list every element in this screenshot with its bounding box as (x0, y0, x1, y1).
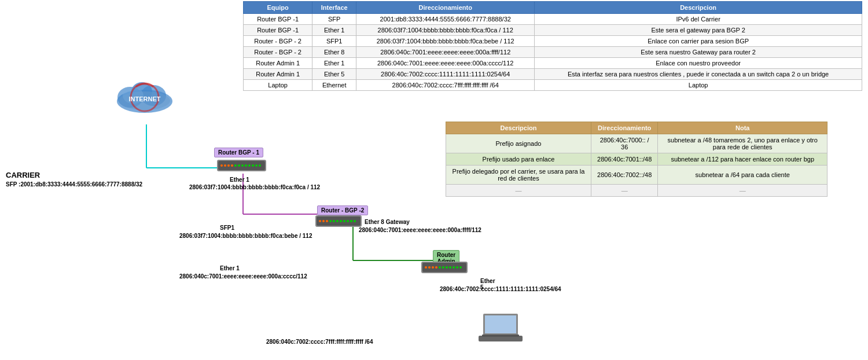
main-cell-3-3: Este sera nuestro Gateway para router 2 (535, 47, 862, 58)
diagram: INTERNET CARRIER SFP :2001:db8:3333:4444… (0, 0, 446, 360)
ether1-bgp1-label: Ether 1 (230, 177, 249, 183)
svg-point-51 (446, 266, 448, 269)
svg-point-18 (220, 164, 223, 167)
ether8-label: Ether 8 Gateway (365, 219, 410, 225)
main-cell-4-3: Enlace con nuestro proveedor (535, 58, 862, 69)
ether1-bgp2-label: Ether 1 (220, 265, 240, 271)
main-cell-1-3: Este sera el gateway para BGP 2 (535, 25, 862, 36)
ether1-bgp1-addr: 2806:03f7:1004:bbbb:bbbb:bbbb:f0ca:f0ca … (189, 184, 320, 190)
second-cell-0-2: subnetear a /48 tomaremos 2, uno para en… (658, 134, 827, 153)
svg-point-42 (354, 220, 356, 222)
svg-point-38 (340, 220, 342, 222)
sfp1-addr: 2806:03f7:1004:bbbb:bbbb:bbbb:f0ca:bebe … (179, 233, 312, 239)
col2-descripcion: Descripcion (446, 122, 591, 134)
svg-point-49 (439, 266, 441, 269)
router-admin1-device (421, 259, 468, 277)
svg-point-24 (241, 164, 244, 167)
svg-point-29 (259, 164, 261, 167)
col2-nota: Nota (658, 122, 827, 134)
svg-point-20 (227, 164, 230, 167)
laptop-addr: 2806:040c:7002:cccc:7fff:ffff:ffff:ffff … (266, 339, 373, 345)
col-descripcion: Descripcion (535, 2, 862, 14)
svg-point-27 (252, 164, 254, 167)
router-bgp1-device (217, 157, 266, 175)
cloud-svg: INTERNET (110, 75, 179, 116)
internet-cloud: INTERNET (110, 75, 179, 127)
carrier-text: CARRIER (6, 170, 142, 181)
second-cell-2-1: 2806:40c:7002::/48 (591, 166, 658, 185)
second-cell-3-2: — (658, 185, 827, 197)
svg-point-34 (326, 220, 328, 222)
ether1-bgp2-addr: 2806:040c:7001:eeee:eeee:eeee:000a:cccc/… (179, 273, 307, 280)
svg-point-54 (456, 266, 458, 269)
svg-point-28 (255, 164, 258, 167)
second-cell-3-1: — (591, 185, 658, 197)
svg-point-23 (238, 164, 240, 167)
svg-point-47 (432, 266, 434, 269)
svg-point-53 (453, 266, 455, 269)
svg-rect-57 (485, 315, 516, 333)
svg-point-33 (322, 220, 325, 222)
main-cell-6-3: Laptop (535, 80, 862, 91)
svg-point-40 (347, 220, 349, 222)
svg-point-39 (343, 220, 345, 222)
router-bgp2-device (315, 213, 362, 230)
svg-point-48 (435, 266, 437, 269)
svg-point-45 (425, 266, 427, 269)
second-table: Descripcion Direccionamiento Nota Prefij… (446, 122, 827, 197)
ether5-addr: 2806:40c:7002:cccc:1111:1111:1111:0254/6… (440, 286, 561, 292)
svg-rect-59 (482, 335, 519, 337)
svg-point-52 (449, 266, 451, 269)
svg-point-32 (319, 220, 321, 222)
svg-point-36 (333, 220, 335, 222)
svg-point-19 (224, 164, 226, 167)
svg-point-46 (428, 266, 431, 269)
second-cell-0-1: 2806:40c:7000:: / 36 (591, 134, 658, 153)
svg-point-35 (329, 220, 332, 222)
second-cell-2-2: subnetear a /64 para cada cliente (658, 166, 827, 185)
svg-text:INTERNET: INTERNET (129, 95, 161, 102)
svg-point-50 (442, 266, 444, 269)
second-cell-1-2: subnetear a /112 para hacer enlace con r… (658, 153, 827, 166)
svg-point-25 (245, 164, 247, 167)
svg-point-41 (350, 220, 352, 222)
col2-direccionamiento: Direccionamiento (591, 122, 658, 134)
second-cell-1-1: 2806:40c:7001::/48 (591, 153, 658, 166)
laptop (477, 313, 524, 347)
main-cell-2-3: Enlace con carrier para sesion BGP (535, 36, 862, 47)
main-cell-5-3: Esta interfaz sera para nuestros cliente… (535, 69, 862, 80)
second-cell-0-0: Prefijo asignado (446, 134, 591, 153)
svg-point-37 (336, 220, 339, 222)
carrier-addr: SFP :2001:db8:3333:4444:5555:6666:7777:8… (6, 181, 142, 189)
ether8-addr: 2806:040c:7001:eeee:eeee:eeee:000a:ffff/… (359, 227, 481, 233)
main-cell-0-3: IPv6 del Carrier (535, 14, 862, 25)
svg-point-22 (234, 164, 237, 167)
svg-point-21 (231, 164, 233, 167)
carrier-label: CARRIER SFP :2001:db8:3333:4444:5555:666… (6, 170, 142, 189)
second-cell-3-0: — (446, 185, 591, 197)
router-bgp1-label: Router BGP - 1 (214, 148, 263, 157)
second-cell-2-0: Prefijo delegado por el carrier, se usar… (446, 166, 591, 185)
second-cell-1-0: Prefijo usado para enlace (446, 153, 591, 166)
sfp1-label: SFP1 (220, 225, 234, 231)
svg-point-55 (459, 266, 462, 269)
svg-point-26 (248, 164, 251, 167)
